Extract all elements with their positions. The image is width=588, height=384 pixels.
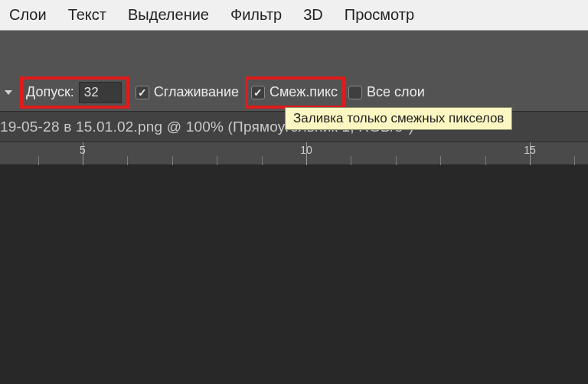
tolerance-label: Допуск: <box>26 84 74 100</box>
antialias-label: Сглаживание <box>154 84 239 100</box>
ruler-minor-tick <box>262 156 263 165</box>
ruler-minor-tick <box>485 156 486 165</box>
menu-filter[interactable]: Фильтр <box>230 6 282 24</box>
ruler-minor-tick <box>396 156 397 165</box>
contiguous-option[interactable]: Смеж.пикс <box>251 84 338 100</box>
ruler-minor-tick <box>217 156 217 165</box>
contiguous-group-highlight: Смеж.пикс <box>245 76 345 109</box>
tool-options-bar: Допуск: Сглаживание Смеж.пикс Все слои З… <box>0 73 588 112</box>
canvas-area[interactable] <box>0 165 588 384</box>
ruler-minor-tick <box>440 156 441 165</box>
contiguous-checkbox[interactable] <box>251 86 265 99</box>
ruler-tick-label: 15 <box>524 144 536 156</box>
ruler-minor-tick <box>351 156 351 165</box>
ruler-minor-tick <box>127 156 128 165</box>
contiguous-label: Смеж.пикс <box>270 84 338 100</box>
tolerance-input[interactable] <box>79 82 122 103</box>
all-layers-checkbox[interactable] <box>348 86 362 99</box>
menu-3d[interactable]: 3D <box>303 6 323 24</box>
ruler-minor-tick <box>38 156 39 165</box>
menu-select[interactable]: Выделение <box>128 6 209 24</box>
all-layers-label: Все слои <box>367 84 425 100</box>
ruler-tick-label: 10 <box>300 144 312 156</box>
contiguous-tooltip: Заливка только смежных пикселов <box>285 107 512 130</box>
menu-layers[interactable]: Слои <box>9 6 47 24</box>
ruler-minor-tick <box>172 156 173 165</box>
antialias-option[interactable]: Сглаживание <box>136 84 239 100</box>
menu-text[interactable]: Текст <box>68 6 106 24</box>
top-menu-bar: Слои Текст Выделение Фильтр 3D Просмотр <box>0 0 588 31</box>
ruler-tick-label: 5 <box>80 144 86 156</box>
chevron-down-icon <box>5 90 12 95</box>
menu-view[interactable]: Просмотр <box>345 6 414 24</box>
tolerance-group-highlight: Допуск: <box>20 76 129 109</box>
horizontal-ruler[interactable]: 51015 <box>0 142 588 165</box>
antialias-checkbox[interactable] <box>136 86 149 99</box>
all-layers-option[interactable]: Все слои <box>348 84 425 100</box>
ruler-minor-tick <box>574 156 575 165</box>
options-spacer <box>0 31 588 73</box>
tool-preset-dropdown[interactable] <box>0 82 17 103</box>
